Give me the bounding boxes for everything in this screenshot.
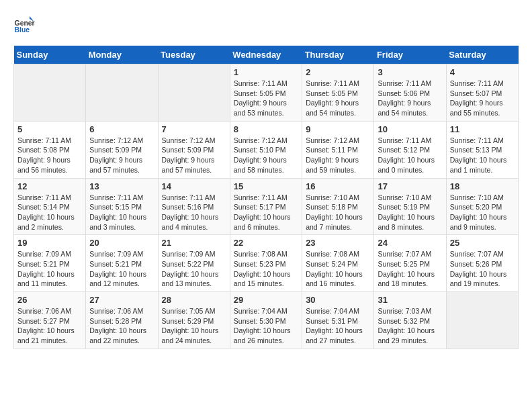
day-number: 2 xyxy=(306,67,370,77)
day-info: Sunrise: 7:03 AMSunset: 5:32 PMDaylight:… xyxy=(378,306,442,346)
calendar-cell xyxy=(158,64,230,122)
day-number: 17 xyxy=(378,181,442,191)
day-info: Sunrise: 7:08 AMSunset: 5:23 PMDaylight:… xyxy=(234,249,298,289)
calendar-cell: 29Sunrise: 7:04 AMSunset: 5:30 PMDayligh… xyxy=(230,292,302,349)
weekday-header: Saturday xyxy=(446,46,518,64)
day-number: 24 xyxy=(378,238,442,248)
calendar-week-row: 1Sunrise: 7:11 AMSunset: 5:05 PMDaylight… xyxy=(14,64,519,122)
day-number: 8 xyxy=(234,124,298,134)
day-info: Sunrise: 7:09 AMSunset: 5:21 PMDaylight:… xyxy=(89,249,154,289)
day-number: 28 xyxy=(162,295,226,305)
day-number: 1 xyxy=(234,67,298,77)
day-number: 20 xyxy=(89,238,154,248)
weekday-header: Thursday xyxy=(302,46,374,64)
calendar-cell: 28Sunrise: 7:05 AMSunset: 5:29 PMDayligh… xyxy=(158,292,230,349)
calendar-cell: 12Sunrise: 7:11 AMSunset: 5:14 PMDayligh… xyxy=(14,178,86,235)
logo: General Blue xyxy=(13,13,38,35)
day-number: 13 xyxy=(89,181,154,191)
calendar-cell: 26Sunrise: 7:06 AMSunset: 5:27 PMDayligh… xyxy=(14,292,86,349)
day-info: Sunrise: 7:04 AMSunset: 5:30 PMDaylight:… xyxy=(234,306,298,346)
day-info: Sunrise: 7:09 AMSunset: 5:22 PMDaylight:… xyxy=(162,249,226,289)
calendar-week-row: 12Sunrise: 7:11 AMSunset: 5:14 PMDayligh… xyxy=(14,178,519,235)
calendar-cell: 25Sunrise: 7:07 AMSunset: 5:26 PMDayligh… xyxy=(446,235,518,292)
day-number: 3 xyxy=(378,67,442,77)
calendar-cell: 16Sunrise: 7:10 AMSunset: 5:18 PMDayligh… xyxy=(302,178,374,235)
calendar-cell: 5Sunrise: 7:11 AMSunset: 5:08 PMDaylight… xyxy=(14,121,86,178)
day-number: 16 xyxy=(306,181,370,191)
calendar-cell: 4Sunrise: 7:11 AMSunset: 5:07 PMDaylight… xyxy=(446,64,518,122)
day-info: Sunrise: 7:11 AMSunset: 5:14 PMDaylight:… xyxy=(17,193,82,232)
weekday-header-row: SundayMondayTuesdayWednesdayThursdayFrid… xyxy=(14,46,519,64)
day-info: Sunrise: 7:05 AMSunset: 5:29 PMDaylight:… xyxy=(162,306,226,346)
day-number: 9 xyxy=(306,124,370,134)
day-info: Sunrise: 7:12 AMSunset: 5:11 PMDaylight:… xyxy=(306,136,370,175)
day-number: 27 xyxy=(89,295,154,305)
calendar-cell: 22Sunrise: 7:08 AMSunset: 5:23 PMDayligh… xyxy=(230,235,302,292)
day-info: Sunrise: 7:07 AMSunset: 5:26 PMDaylight:… xyxy=(450,249,515,289)
calendar-table: SundayMondayTuesdayWednesdayThursdayFrid… xyxy=(13,46,519,349)
weekday-header: Friday xyxy=(374,46,446,64)
day-number: 6 xyxy=(89,124,154,134)
calendar-cell: 2Sunrise: 7:11 AMSunset: 5:05 PMDaylight… xyxy=(302,64,374,122)
day-number: 29 xyxy=(234,295,298,305)
day-info: Sunrise: 7:10 AMSunset: 5:18 PMDaylight:… xyxy=(306,193,370,232)
day-info: Sunrise: 7:12 AMSunset: 5:09 PMDaylight:… xyxy=(162,136,226,175)
day-number: 18 xyxy=(450,181,515,191)
calendar-cell: 24Sunrise: 7:07 AMSunset: 5:25 PMDayligh… xyxy=(374,235,446,292)
calendar-cell: 1Sunrise: 7:11 AMSunset: 5:05 PMDaylight… xyxy=(230,64,302,122)
calendar-cell: 30Sunrise: 7:04 AMSunset: 5:31 PMDayligh… xyxy=(302,292,374,349)
day-number: 31 xyxy=(378,295,442,305)
day-info: Sunrise: 7:10 AMSunset: 5:19 PMDaylight:… xyxy=(378,193,442,232)
calendar-cell: 10Sunrise: 7:11 AMSunset: 5:12 PMDayligh… xyxy=(374,121,446,178)
day-info: Sunrise: 7:08 AMSunset: 5:24 PMDaylight:… xyxy=(306,249,370,289)
weekday-header: Wednesday xyxy=(230,46,302,64)
day-info: Sunrise: 7:09 AMSunset: 5:21 PMDaylight:… xyxy=(17,249,82,289)
day-info: Sunrise: 7:11 AMSunset: 5:08 PMDaylight:… xyxy=(17,136,82,175)
calendar-week-row: 5Sunrise: 7:11 AMSunset: 5:08 PMDaylight… xyxy=(14,121,519,178)
day-number: 5 xyxy=(17,124,82,134)
weekday-header: Sunday xyxy=(14,46,86,64)
day-number: 10 xyxy=(378,124,442,134)
svg-text:Blue: Blue xyxy=(15,26,30,34)
calendar-cell xyxy=(14,64,86,122)
calendar-cell: 6Sunrise: 7:12 AMSunset: 5:09 PMDaylight… xyxy=(86,121,158,178)
day-number: 14 xyxy=(162,181,226,191)
day-number: 11 xyxy=(450,124,515,134)
calendar-cell: 11Sunrise: 7:11 AMSunset: 5:13 PMDayligh… xyxy=(446,121,518,178)
calendar-cell: 9Sunrise: 7:12 AMSunset: 5:11 PMDaylight… xyxy=(302,121,374,178)
calendar-cell: 15Sunrise: 7:11 AMSunset: 5:17 PMDayligh… xyxy=(230,178,302,235)
day-number: 19 xyxy=(17,238,82,248)
day-info: Sunrise: 7:11 AMSunset: 5:15 PMDaylight:… xyxy=(89,193,154,232)
day-number: 23 xyxy=(306,238,370,248)
calendar-cell xyxy=(86,64,158,122)
calendar-cell: 18Sunrise: 7:10 AMSunset: 5:20 PMDayligh… xyxy=(446,178,518,235)
calendar-cell: 3Sunrise: 7:11 AMSunset: 5:06 PMDaylight… xyxy=(374,64,446,122)
svg-text:General: General xyxy=(15,19,35,27)
day-number: 21 xyxy=(162,238,226,248)
calendar-cell xyxy=(446,292,518,349)
day-info: Sunrise: 7:07 AMSunset: 5:25 PMDaylight:… xyxy=(378,249,442,289)
day-info: Sunrise: 7:11 AMSunset: 5:06 PMDaylight:… xyxy=(378,79,442,118)
day-number: 22 xyxy=(234,238,298,248)
day-info: Sunrise: 7:11 AMSunset: 5:17 PMDaylight:… xyxy=(234,193,298,232)
logo-icon: General Blue xyxy=(13,13,35,35)
calendar-cell: 27Sunrise: 7:06 AMSunset: 5:28 PMDayligh… xyxy=(86,292,158,349)
day-info: Sunrise: 7:11 AMSunset: 5:13 PMDaylight:… xyxy=(450,136,515,175)
day-number: 12 xyxy=(17,181,82,191)
day-info: Sunrise: 7:10 AMSunset: 5:20 PMDaylight:… xyxy=(450,193,515,232)
calendar-cell: 23Sunrise: 7:08 AMSunset: 5:24 PMDayligh… xyxy=(302,235,374,292)
day-number: 25 xyxy=(450,238,515,248)
day-info: Sunrise: 7:11 AMSunset: 5:12 PMDaylight:… xyxy=(378,136,442,175)
day-number: 26 xyxy=(17,295,82,305)
day-info: Sunrise: 7:06 AMSunset: 5:27 PMDaylight:… xyxy=(17,306,82,346)
calendar-cell: 14Sunrise: 7:11 AMSunset: 5:16 PMDayligh… xyxy=(158,178,230,235)
calendar-week-row: 26Sunrise: 7:06 AMSunset: 5:27 PMDayligh… xyxy=(14,292,519,349)
day-number: 7 xyxy=(162,124,226,134)
calendar-cell: 21Sunrise: 7:09 AMSunset: 5:22 PMDayligh… xyxy=(158,235,230,292)
calendar-week-row: 19Sunrise: 7:09 AMSunset: 5:21 PMDayligh… xyxy=(14,235,519,292)
page-header: General Blue xyxy=(13,13,519,35)
calendar-cell: 13Sunrise: 7:11 AMSunset: 5:15 PMDayligh… xyxy=(86,178,158,235)
day-info: Sunrise: 7:11 AMSunset: 5:07 PMDaylight:… xyxy=(450,79,515,118)
calendar-cell: 17Sunrise: 7:10 AMSunset: 5:19 PMDayligh… xyxy=(374,178,446,235)
day-info: Sunrise: 7:11 AMSunset: 5:05 PMDaylight:… xyxy=(234,79,298,118)
